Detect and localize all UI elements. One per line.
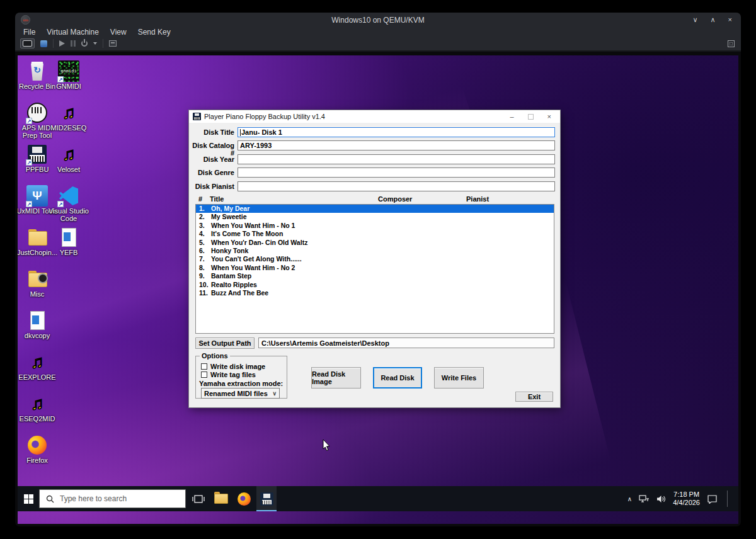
yamaha-mode-dropdown[interactable]: Renamed MIDI files ∨: [201, 388, 280, 399]
song-row[interactable]: 5. When You'r Dan- Cin Old Waltz: [196, 239, 554, 247]
shortcut-arrow-icon: ↗: [57, 76, 64, 82]
desktop-icon-art: ↗: [58, 185, 79, 207]
file-explorer-button[interactable]: [211, 486, 231, 511]
clock-date: 4/4/2026: [673, 499, 700, 507]
song-row[interactable]: 4. It's Come To The Moon: [196, 230, 554, 238]
set-output-path-button[interactable]: Set Output Path: [195, 338, 255, 349]
song-row[interactable]: 1. Oh, My Dear: [196, 205, 554, 213]
desktop-icon-mid2eseq[interactable]: ♫ ↗ MID2ESEQ: [53, 102, 84, 144]
app-titlebar[interactable]: Player Piano Floppy Backup Utility v1.4 …: [189, 110, 560, 123]
write-tag-files-checkbox[interactable]: [201, 372, 207, 378]
tray-chevron-icon[interactable]: ∧: [627, 496, 632, 502]
read-disk-button[interactable]: Read Disk: [373, 367, 422, 389]
viewer-toolbar: [15, 37, 741, 52]
desktop-icon-label: MID2ESEQ: [47, 124, 90, 132]
snapshots-icon[interactable]: [109, 40, 117, 47]
clock[interactable]: 7:18 PM 4/4/2026: [673, 491, 700, 507]
menu-virtual-machine[interactable]: Virtual Machine: [41, 28, 105, 37]
disk-catalog-field[interactable]: ARY-1993: [238, 140, 555, 150]
disk-pianist-field[interactable]: [238, 181, 555, 191]
desktop-icon-art: ♫ ↗: [58, 102, 79, 123]
action-center-icon[interactable]: [707, 494, 718, 504]
ppfbu-taskbar-button[interactable]: [256, 486, 277, 511]
yamaha-mode-label: Yamaha extraction mode:: [199, 380, 283, 387]
start-button[interactable]: [18, 486, 39, 511]
hardware-details-icon[interactable]: [40, 40, 47, 47]
search-box[interactable]: Type here to search: [39, 489, 186, 508]
task-view-button[interactable]: [188, 486, 209, 511]
taskbar: Type here to search ∧ 7:18 PM 4/4/2026: [18, 486, 738, 511]
viewer-close-icon[interactable]: ×: [728, 13, 732, 27]
write-files-button[interactable]: Write Files: [434, 367, 484, 389]
viewer-minimize-icon[interactable]: ∨: [692, 13, 697, 27]
show-desktop-separator: [727, 491, 728, 507]
firefox-button[interactable]: [234, 486, 254, 511]
network-icon[interactable]: [639, 495, 650, 503]
disk-year-field[interactable]: [238, 154, 555, 164]
desktop-icon-gnmidi[interactable]: gnmidi ↗ GNMIDI: [53, 60, 84, 102]
song-row[interactable]: 2. My Sweetie: [196, 213, 554, 221]
write-disk-image-checkbox[interactable]: [201, 363, 207, 370]
menu-file[interactable]: File: [18, 28, 41, 37]
desktop-icon-label: Visual Studio Code: [47, 207, 90, 222]
disk-genre-field[interactable]: [238, 167, 555, 178]
menu-send-key[interactable]: Send Key: [132, 28, 176, 37]
song-row[interactable]: 10. Realto Ripples: [196, 281, 554, 289]
shutdown-menu-caret-icon[interactable]: [93, 42, 97, 45]
desktop-icon-visual-studio-code[interactable]: ↗ Visual Studio Code: [53, 185, 84, 227]
disk-pianist-label: Disk Pianist: [189, 183, 234, 190]
pause-icon[interactable]: [71, 40, 76, 47]
task-view-icon: [192, 494, 205, 504]
desktop-icon-ppfbu[interactable]: ↗ PPFBU: [21, 144, 53, 185]
desktop-icon-art: ↗: [26, 227, 48, 248]
song-row[interactable]: 7. You Can't Get Along With......: [196, 255, 554, 263]
show-desktop-button[interactable]: [735, 486, 738, 511]
desktop-icon-firefox[interactable]: ↗ Firefox: [21, 434, 53, 476]
app-minimize-icon[interactable]: –: [510, 113, 513, 120]
disk-title-field[interactable]: Janu- Disk 1: [238, 127, 555, 137]
viewer-maximize-icon[interactable]: ∧: [711, 13, 716, 27]
app-floppy-icon: [193, 113, 201, 120]
song-row[interactable]: 11. Buzz And The Bee: [196, 289, 554, 297]
desktop-icon-yefb[interactable]: ↗ YEFB: [53, 227, 84, 268]
song-row[interactable]: 8. When You Want Him - No 2: [196, 264, 554, 272]
song-row[interactable]: 6. Honky Tonk: [196, 247, 554, 255]
app-maximize-icon[interactable]: [528, 114, 534, 120]
clock-time: 7:18 PM: [673, 491, 700, 499]
desktop-icon-recycle-bin[interactable]: ↻ ↗ Recycle Bin: [21, 60, 53, 102]
fullscreen-icon[interactable]: [728, 40, 735, 47]
desktop-icon-label: GNMIDI: [47, 82, 90, 90]
song-row[interactable]: 3. When You Want Him - No 1: [196, 222, 554, 230]
write-tag-files-row[interactable]: Write tag files: [201, 371, 256, 378]
desktop-icon-eseq2mid[interactable]: ♫ ↗ ESEQ2MID: [21, 393, 53, 434]
shortcut-arrow-icon: ↗: [26, 118, 32, 124]
exit-button[interactable]: Exit: [515, 392, 553, 402]
output-path-field[interactable]: C:\Users\Artemis Goatmeister\Desktop: [258, 338, 554, 348]
firefox-icon: [238, 492, 251, 506]
desktop-icon-veloset[interactable]: ♫ ↗ Veloset: [53, 144, 84, 185]
viewer-titlebar[interactable]: vm Windows10 on QEMU/KVM ∨ ∧ ×: [15, 13, 741, 27]
mouse-cursor: [323, 440, 332, 452]
write-disk-image-row[interactable]: Write disk image: [201, 363, 265, 370]
text-caret: [240, 129, 241, 136]
column-title: Title: [210, 195, 224, 203]
desktop-icon-justchopin[interactable]: ↗ JustChopin...: [21, 227, 53, 268]
desktop-icon-dkvcopy[interactable]: ↗ dkvcopy: [21, 310, 53, 351]
shutdown-icon[interactable]: [81, 40, 88, 47]
shortcut-arrow-icon: ↗: [26, 201, 32, 207]
desktop-icon-misc[interactable]: ↗ Misc: [21, 268, 53, 310]
console-button[interactable]: [20, 38, 35, 48]
app-close-icon[interactable]: ×: [547, 113, 551, 120]
run-icon[interactable]: [59, 40, 65, 47]
system-tray: ∧ 7:18 PM 4/4/2026: [627, 486, 738, 511]
volume-icon[interactable]: [656, 495, 666, 503]
desktop-icon-grid: ↻ ↗ Recycle Bin ↗ APS MIDI Prep Tool: [21, 60, 84, 476]
menu-view[interactable]: View: [105, 28, 132, 37]
desktop-icon-eexplore[interactable]: ♫ ↗ EEXPLORE: [21, 351, 53, 393]
song-list[interactable]: 1. Oh, My Dear 2. My Sweetie 3. When You…: [195, 204, 554, 334]
monitor-icon: [23, 40, 32, 47]
dropdown-chevron-icon: ∨: [272, 390, 277, 397]
desktop-icon-aps-midi-prep-tool[interactable]: ↗ APS MIDI Prep Tool: [21, 102, 53, 144]
song-row[interactable]: 9. Bantam Step: [196, 272, 554, 280]
read-disk-image-button[interactable]: Read Disk Image: [311, 367, 361, 389]
